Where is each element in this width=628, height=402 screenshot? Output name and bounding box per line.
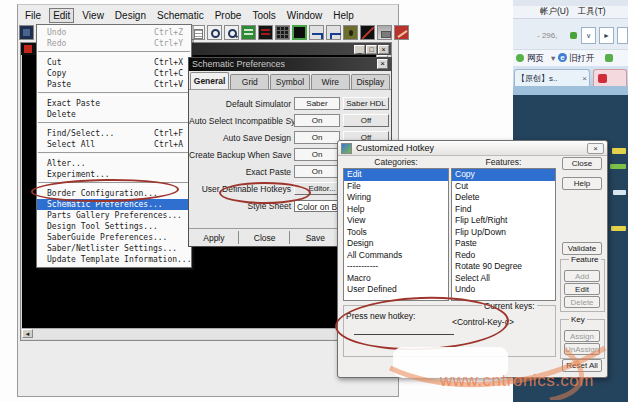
menu-item-design-tool-settings[interactable]: Design Tool Settings... (37, 221, 191, 232)
browser-menu-tools[interactable]: 工具(T) (578, 6, 606, 18)
menubar-edit[interactable]: Edit (49, 8, 74, 23)
validate-button[interactable]: Validate (562, 242, 602, 255)
netlist-report-icon[interactable] (258, 25, 273, 40)
key-unassign-button[interactable]: UnAssign (564, 343, 600, 355)
tab-close-icon[interactable]: × (582, 70, 587, 87)
menu-item-paste[interactable]: PasteCtrl+V (37, 79, 191, 90)
grid-icon[interactable] (275, 25, 290, 40)
maximize-button[interactable]: □ (366, 45, 377, 54)
parts-gallery-icon[interactable] (241, 25, 256, 40)
option-on-button[interactable]: On (294, 114, 340, 127)
menu-item-alter[interactable]: Alter... (37, 158, 191, 169)
printer-icon[interactable] (377, 25, 392, 40)
menu-item-select-all[interactable]: Select AllCtrl+A (37, 139, 191, 150)
hotkey-close-action-button[interactable]: Close (562, 157, 602, 170)
category-edit[interactable]: Edit (344, 169, 448, 181)
close-button[interactable]: Close (241, 231, 290, 244)
menu-item-undo[interactable]: UndoCtrl+Z (37, 27, 191, 38)
feature-paste[interactable]: Paste (452, 238, 555, 250)
feature-undo[interactable]: Undo (452, 284, 555, 296)
page-icon[interactable] (190, 25, 205, 40)
no-probe-icon[interactable] (360, 25, 375, 40)
feature-redo[interactable]: Redo (452, 250, 555, 262)
menu-item-parts-gallery-preferences[interactable]: Parts Gallery Preferences... (37, 210, 191, 221)
save-button[interactable]: Save (292, 231, 341, 244)
option-on-button[interactable]: On (294, 165, 340, 178)
window-icon[interactable] (19, 25, 34, 40)
menu-item-saber-netlister-settings[interactable]: Saber/Netlister Settings... (37, 243, 191, 254)
category-wiring[interactable]: Wiring (344, 192, 448, 204)
category-view[interactable]: View (344, 215, 448, 227)
webpage-link[interactable]: 网页 (527, 53, 544, 65)
probe-icon[interactable] (343, 25, 358, 40)
option-saber-hdl-button[interactable]: Saber HDL (343, 97, 389, 110)
bus-wire-icon[interactable] (326, 25, 341, 40)
feature-select-all[interactable]: Select All (452, 273, 555, 285)
apply-button[interactable]: Apply (190, 231, 239, 244)
menubar-tools[interactable]: Tools (249, 9, 278, 22)
open-link[interactable]: 旧打开 (569, 53, 595, 65)
menu-item-cut[interactable]: CutCtrl+X (37, 57, 191, 68)
menu-item-delete[interactable]: Delete (37, 109, 191, 120)
option-on-button[interactable]: On (294, 148, 340, 161)
category-design[interactable]: Design (344, 238, 448, 250)
menubar-file[interactable]: File (22, 9, 44, 22)
menubar-design[interactable]: Design (112, 9, 149, 22)
features-list[interactable]: CopyCutDeleteFindFlip Left/RightFlip Up/… (451, 168, 556, 301)
horizontal-scrollbar[interactable]: ◄ (22, 328, 377, 339)
dropdown-button[interactable]: ∨ (581, 27, 596, 44)
partial-button[interactable] (617, 27, 628, 44)
go-button[interactable]: ► (599, 27, 614, 44)
hotkey-help-button[interactable]: Help (562, 177, 602, 190)
menubar-probe[interactable]: Probe (212, 9, 245, 22)
menu-item-update-template-information[interactable]: Update Template Information... (37, 254, 191, 265)
tab-display[interactable]: Display (351, 74, 390, 89)
feature-flip-left-right[interactable]: Flip Left/Right (452, 215, 555, 227)
prefs-titlebar[interactable]: Schematic Preferences × (189, 58, 391, 71)
tab-general[interactable]: General (190, 72, 229, 89)
category-item[interactable]: ----------- (344, 261, 448, 273)
simulate-icon[interactable] (394, 25, 409, 40)
minimize-button[interactable]: _ (354, 45, 365, 54)
prefs-close-button[interactable]: × (377, 59, 388, 69)
scroll-left-icon[interactable]: ◄ (22, 329, 33, 338)
feature-copy[interactable]: Copy (452, 169, 555, 181)
category-all-commands[interactable]: All Commands (344, 250, 448, 262)
menubar-view[interactable]: View (79, 9, 107, 22)
categories-list[interactable]: EditFileWiringHelpViewToolsDesignAll Com… (343, 168, 449, 301)
menubar-window[interactable]: Window (284, 9, 326, 22)
category-file[interactable]: File (344, 181, 448, 193)
feature-add-button[interactable]: Add (564, 270, 600, 282)
canvas-icon[interactable] (292, 25, 307, 40)
zoom-icon[interactable] (224, 25, 239, 40)
menu-item-exact-paste[interactable]: Exact Paste (37, 98, 191, 109)
category-user-defined[interactable]: User Defined (344, 284, 448, 296)
zoom-in-icon[interactable] (207, 25, 222, 40)
option-off-button[interactable]: Off (343, 114, 389, 127)
menu-item-find-select[interactable]: Find/Select...Ctrl+F (37, 128, 191, 139)
wire-icon[interactable] (309, 25, 324, 40)
menu-item-copy[interactable]: CopyCtrl+C (37, 68, 191, 79)
feature-flip-up-down[interactable]: Flip Up/Down (452, 227, 555, 239)
option-saber-button[interactable]: Saber (294, 97, 340, 110)
close-button[interactable]: × (378, 45, 389, 54)
feature-rotate-90-degree[interactable]: Rotate 90 Degree (452, 261, 555, 273)
category-help[interactable]: Help (344, 204, 448, 216)
key-assign-button[interactable]: Assign (564, 330, 600, 342)
tab-grid[interactable]: Grid (230, 74, 269, 89)
category-tools[interactable]: Tools (344, 227, 448, 239)
feature-cut[interactable]: Cut (452, 181, 555, 193)
browser-menu-account[interactable]: 帐户(U) (540, 6, 569, 18)
feature-edit-button[interactable]: Edit (564, 283, 600, 295)
feature-delete[interactable]: Delete (452, 192, 555, 204)
menubar-schematic[interactable]: Schematic (154, 9, 207, 22)
menu-item-saberguide-preferences[interactable]: SaberGuide Preferences... (37, 232, 191, 243)
option-on-button[interactable]: On (294, 131, 340, 144)
menubar-help[interactable]: Help (330, 9, 357, 22)
feature-delete-button[interactable]: Delete (564, 296, 600, 308)
category-macro[interactable]: Macro (344, 273, 448, 285)
tab-wire[interactable]: Wire (311, 74, 350, 89)
feature-find[interactable]: Find (452, 204, 555, 216)
tab-symbol[interactable]: Symbol (270, 74, 309, 89)
menu-item-redo[interactable]: RedoCtrl+Y (37, 38, 191, 49)
